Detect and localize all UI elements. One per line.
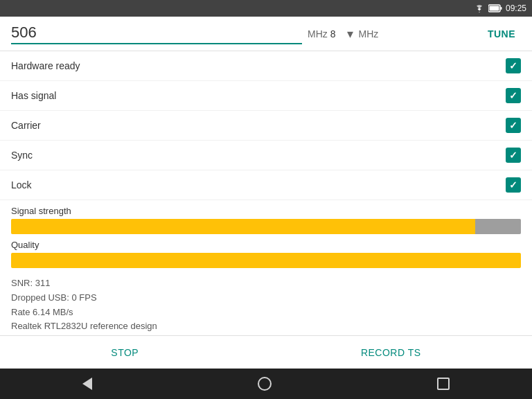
freq-bar: MHz 8 ▾ MHz TUNE: [0, 17, 532, 51]
battery-icon: [488, 4, 502, 12]
main-content: Hardware readyHas signalCarrierSyncLock …: [0, 51, 532, 335]
recents-button[interactable]: [437, 378, 450, 390]
status-row: Hardware ready: [0, 51, 532, 81]
status-rows: Hardware readyHas signalCarrierSyncLock: [0, 51, 532, 200]
quality-section: Quality: [0, 237, 532, 271]
quality-bar: [11, 253, 521, 268]
checkbox-2[interactable]: [506, 118, 521, 133]
svg-rect-1: [489, 6, 499, 11]
device-stat: Realtek RTL2832U reference design: [11, 319, 521, 334]
mhz-label-right: MHz: [359, 28, 379, 39]
stop-button[interactable]: STOP: [94, 342, 155, 364]
back-button[interactable]: [82, 378, 92, 390]
quality-label: Quality: [11, 240, 521, 250]
status-row: Sync: [0, 141, 532, 170]
checkbox-4[interactable]: [506, 177, 521, 193]
status-row: Lock: [0, 170, 532, 200]
svg-rect-2: [500, 7, 502, 10]
quality-fill: [11, 253, 521, 268]
checkbox-1[interactable]: [506, 88, 521, 103]
stats-section: SNR: 311 Dropped USB: 0 FPS Rate 6.14 MB…: [0, 271, 532, 335]
snr-stat: SNR: 311: [11, 276, 521, 291]
status-bar: 09:25: [0, 0, 532, 17]
dropdown-icon[interactable]: ▾: [347, 26, 353, 42]
checkbox-0[interactable]: [506, 58, 521, 73]
tune-button[interactable]: TUNE: [482, 23, 521, 45]
status-time: 09:25: [506, 3, 526, 13]
nav-bar: [0, 369, 532, 399]
freq-number: 8: [330, 28, 336, 39]
checkbox-3[interactable]: [506, 148, 521, 163]
status-label-1: Has signal: [11, 90, 56, 101]
status-row: Carrier: [0, 111, 532, 141]
dropped-stat: Dropped USB: 0 FPS: [11, 291, 521, 305]
status-label-0: Hardware ready: [11, 60, 80, 71]
status-icons: 09:25: [474, 3, 526, 13]
action-bar: STOP RECORD TS: [0, 335, 532, 369]
frequency-input[interactable]: [11, 24, 302, 44]
record-ts-button[interactable]: RECORD TS: [344, 342, 438, 364]
mhz-label: MHz: [308, 28, 328, 39]
wifi-icon: [474, 4, 485, 12]
signal-fill-gray: [475, 219, 521, 234]
signal-strength-section: Signal strength: [0, 200, 532, 237]
signal-strength-label: Signal strength: [11, 206, 521, 216]
status-label-4: Lock: [11, 179, 32, 190]
signal-strength-bar: [11, 219, 521, 234]
rate-stat: Rate 6.14 MB/s: [11, 305, 521, 320]
home-button[interactable]: [258, 377, 272, 391]
status-row: Has signal: [0, 81, 532, 111]
signal-fill: [11, 219, 475, 234]
status-label-2: Carrier: [11, 120, 41, 131]
status-label-3: Sync: [11, 150, 33, 161]
